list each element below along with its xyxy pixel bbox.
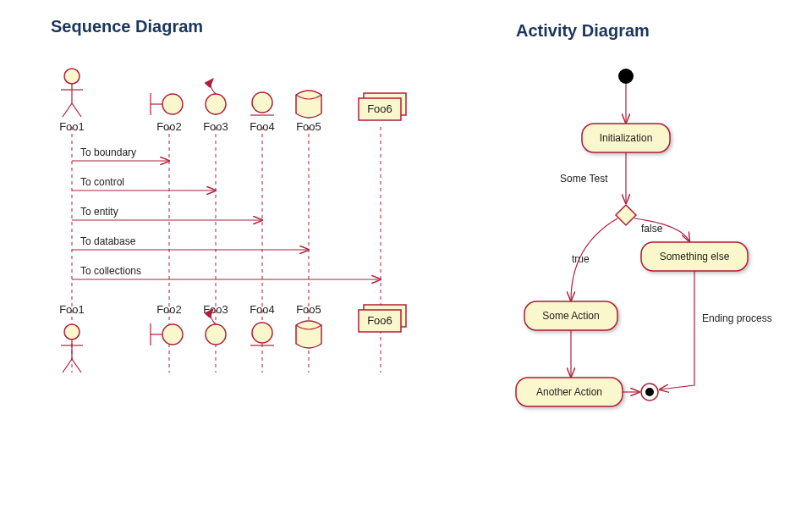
svg-point-37 bbox=[162, 324, 183, 345]
participant-label: Foo5 bbox=[296, 303, 321, 316]
participant-collections: Foo6 bbox=[359, 305, 406, 332]
start-node bbox=[618, 69, 634, 84]
edge-arrow bbox=[660, 271, 694, 389]
decision-node bbox=[616, 205, 636, 225]
participant-label: Foo3 bbox=[203, 303, 228, 316]
svg-point-30 bbox=[64, 324, 80, 340]
participant-label: Foo3 bbox=[203, 120, 228, 133]
svg-line-10 bbox=[72, 103, 81, 117]
action-label: Another Action bbox=[536, 386, 602, 398]
svg-point-14 bbox=[206, 94, 226, 114]
message-arrow: To boundary bbox=[72, 146, 169, 161]
participant-label: Foo4 bbox=[250, 303, 275, 316]
message-arrow: To database bbox=[72, 235, 309, 250]
participant-label: Foo2 bbox=[156, 303, 182, 316]
participant-collections: Foo6 bbox=[359, 93, 406, 120]
action-label: Initialization bbox=[600, 132, 653, 144]
svg-text:Foo6: Foo6 bbox=[367, 102, 392, 115]
participant-actor bbox=[61, 69, 83, 117]
participant-label: Foo5 bbox=[296, 120, 321, 133]
participant-boundary bbox=[151, 323, 183, 345]
participant-label: Foo1 bbox=[59, 120, 85, 133]
participant-label: Foo1 bbox=[59, 303, 85, 316]
edge-label: Ending process bbox=[702, 312, 772, 324]
action-label: Something else bbox=[660, 251, 730, 262]
svg-line-33 bbox=[63, 359, 72, 373]
svg-text:To boundary: To boundary bbox=[80, 146, 136, 158]
svg-line-34 bbox=[72, 359, 81, 373]
end-node bbox=[641, 384, 658, 400]
svg-point-6 bbox=[64, 69, 80, 84]
participant-control bbox=[206, 79, 226, 114]
activity-diagram-title: Activity Diagram bbox=[516, 21, 650, 41]
svg-line-9 bbox=[63, 103, 72, 117]
participant-database bbox=[296, 321, 321, 348]
message-arrow: To collections bbox=[72, 265, 381, 279]
message-arrow: To control bbox=[72, 176, 216, 190]
activity-diagram: Initialization Some Test true false Some… bbox=[491, 51, 804, 491]
participant-label: Foo2 bbox=[156, 120, 182, 133]
sequence-diagram: Foo1 Foo2 Foo3 Foo4 Foo5 Foo6 To boundar… bbox=[25, 59, 499, 483]
participant-boundary bbox=[151, 93, 183, 115]
svg-point-13 bbox=[162, 94, 183, 114]
svg-text:Foo6: Foo6 bbox=[367, 314, 392, 327]
participant-entity bbox=[250, 92, 274, 115]
participant-database bbox=[296, 91, 321, 118]
edge-label: false bbox=[641, 223, 663, 235]
edge-label: true bbox=[572, 253, 590, 265]
participant-entity bbox=[250, 323, 274, 345]
participant-label: Foo4 bbox=[250, 120, 275, 133]
edge-label: Some Test bbox=[560, 173, 608, 185]
svg-text:To database: To database bbox=[80, 235, 136, 247]
message-arrow: To entity bbox=[72, 206, 262, 220]
svg-point-39 bbox=[252, 323, 272, 343]
svg-text:To entity: To entity bbox=[80, 206, 118, 218]
svg-text:To control: To control bbox=[80, 176, 124, 188]
svg-point-15 bbox=[252, 92, 272, 113]
svg-text:To collections: To collections bbox=[80, 265, 141, 277]
sequence-diagram-title: Sequence Diagram bbox=[51, 17, 203, 36]
svg-point-45 bbox=[645, 388, 654, 396]
svg-point-38 bbox=[206, 324, 226, 345]
action-label: Some Action bbox=[542, 310, 599, 322]
